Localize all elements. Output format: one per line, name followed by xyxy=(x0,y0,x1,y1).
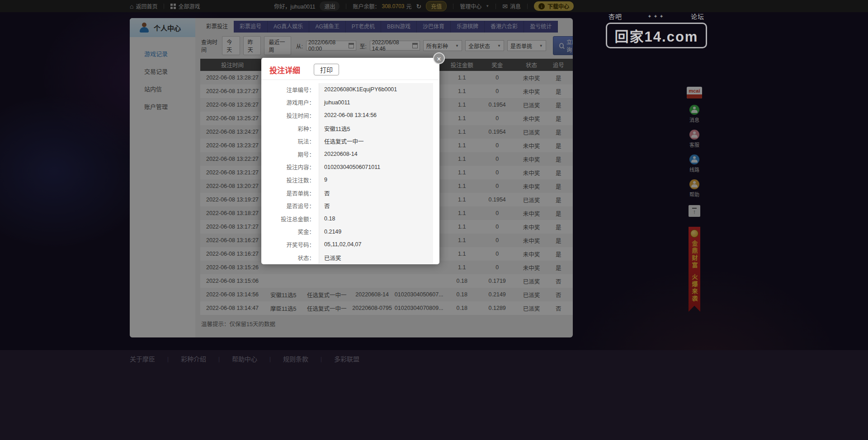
detail-label: 是否单挑： xyxy=(261,189,319,197)
watermark-ornament: ✦✦✦ xyxy=(647,14,665,19)
detail-row: 是否追号：否 xyxy=(261,199,433,212)
detail-label: 投注内容： xyxy=(261,163,319,171)
watermark-domain: 回家14.com xyxy=(606,23,707,48)
detail-value: 任选复式一中一 xyxy=(319,135,433,148)
modal-header: 投注详细 打印 xyxy=(261,58,439,80)
detail-label: 投注时间： xyxy=(261,111,319,120)
detail-value: 9 xyxy=(319,173,433,187)
watermark-right: 论坛 xyxy=(691,12,704,21)
detail-label: 投注注数： xyxy=(261,176,319,184)
detail-value: 否 xyxy=(319,199,433,212)
detail-value: 202206080K1EqujPY6b0001 xyxy=(319,83,433,96)
detail-row: 游戏用户：juhua0011 xyxy=(261,96,433,109)
detail-label: 注单编号： xyxy=(261,85,319,94)
detail-row: 注单编号：202206080K1EqujPY6b0001 xyxy=(261,83,433,96)
detail-row: 开奖号码：05,11,02,04,07 xyxy=(261,238,433,251)
detail-value: 0.2149 xyxy=(319,225,433,239)
detail-value: 0.18 xyxy=(319,212,433,225)
bet-detail-modal: × 投注详细 打印 注单编号：202206080K1EqujPY6b0001游戏… xyxy=(261,58,439,264)
detail-row: 投注时间：2022-06-08 13:14:56 xyxy=(261,109,433,122)
watermark: 杏吧 ✦✦✦ 论坛 回家14.com xyxy=(606,12,707,48)
detail-label: 开奖号码： xyxy=(261,240,319,249)
detail-label: 奖金： xyxy=(261,227,319,236)
detail-label: 期号： xyxy=(261,150,319,159)
detail-row: 彩种：安徽11选5 xyxy=(261,122,433,135)
detail-value: 安徽11选5 xyxy=(319,122,433,135)
detail-label: 投注总金额： xyxy=(261,215,319,223)
detail-label: 是否追号： xyxy=(261,201,319,210)
detail-row: 是否单挑：否 xyxy=(261,187,433,200)
detail-row: 投注总金额：0.18 xyxy=(261,212,433,225)
detail-row: 投注注数：9 xyxy=(261,173,433,187)
detail-value: 已派奖 xyxy=(319,251,433,264)
detail-label: 玩法： xyxy=(261,137,319,145)
modal-title: 投注详细 xyxy=(269,64,300,75)
detail-label: 状态： xyxy=(261,253,319,262)
detail-value: 05,11,02,04,07 xyxy=(319,238,433,251)
detail-value: 否 xyxy=(319,187,433,200)
detail-value: 2022-06-08 13:14:56 xyxy=(319,109,433,122)
detail-row: 奖金：0.2149 xyxy=(261,225,433,239)
watermark-left: 杏吧 xyxy=(609,12,622,21)
close-icon[interactable]: × xyxy=(433,52,445,64)
detail-row: 状态：已派奖 xyxy=(261,251,433,264)
detail-label: 游戏用户： xyxy=(261,98,319,107)
detail-value: 20220608-14 xyxy=(319,148,433,161)
detail-value: juhua0011 xyxy=(319,96,433,109)
detail-row: 投注内容：010203040506071011 xyxy=(261,161,433,174)
print-button[interactable]: 打印 xyxy=(314,64,339,75)
detail-row: 玩法：任选复式一中一 xyxy=(261,135,433,148)
modal-body: 注单编号：202206080K1EqujPY6b0001游戏用户：juhua00… xyxy=(261,80,439,264)
detail-label: 彩种： xyxy=(261,124,319,133)
detail-row: 期号：20220608-14 xyxy=(261,148,433,161)
detail-value: 010203040506071011 xyxy=(319,161,433,174)
page: ⌂ 返回首页 全部游戏 你好，juhua0011 退出 账户余额： 308.07… xyxy=(0,0,868,440)
